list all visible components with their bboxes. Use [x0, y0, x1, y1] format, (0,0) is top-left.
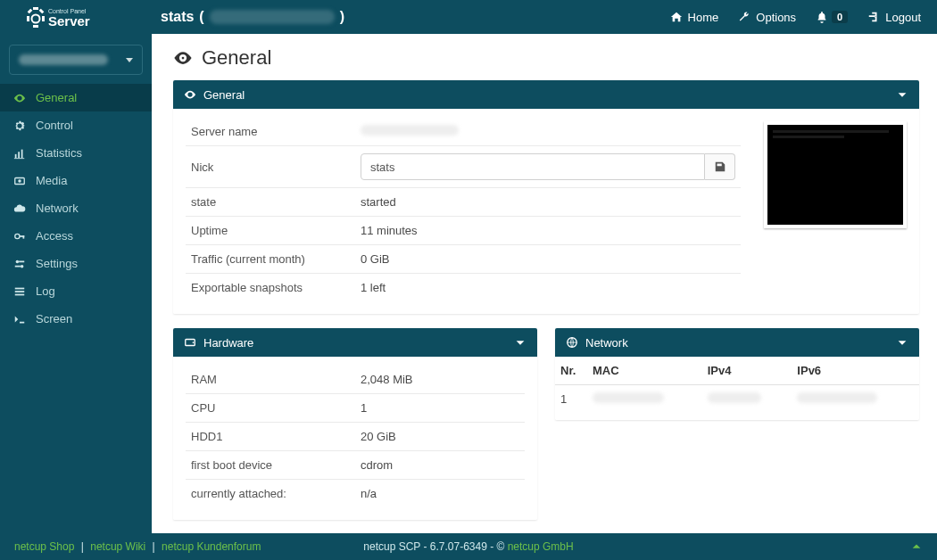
label-attached: currently attached: [186, 480, 355, 508]
save-icon [714, 161, 726, 173]
svg-point-15 [15, 234, 20, 238]
nick-input[interactable] [361, 153, 705, 180]
network-table: Nr. MAC IPv4 IPv6 1 [555, 357, 919, 413]
svg-point-26 [193, 342, 195, 343]
label-traffic: Traffic (current month) [186, 245, 355, 274]
sidebar-item-media[interactable]: Media [0, 167, 152, 194]
svg-rect-22 [15, 287, 25, 289]
chevron-down-icon [514, 336, 527, 349]
footer-center: netcup SCP - 6.7.07-6349 - © netcup GmbH [363, 540, 573, 553]
value-ram: 2,048 MiB [355, 366, 525, 394]
svg-rect-4 [42, 16, 45, 21]
label-server-name: Server name [186, 118, 355, 146]
notifications-link[interactable]: 0 [816, 11, 848, 23]
svg-rect-9 [15, 153, 17, 157]
disk-icon [12, 175, 27, 187]
value-state: started [355, 188, 741, 217]
chevron-down-icon [896, 336, 908, 349]
value-hdd: 20 GiB [355, 423, 525, 451]
label-boot: first boot device [186, 451, 355, 480]
server-selector-value-redacted [19, 54, 108, 65]
svg-point-18 [16, 259, 20, 263]
svg-rect-12 [14, 158, 24, 159]
th-ipv4: IPv4 [702, 357, 792, 385]
console-screenshot[interactable] [764, 121, 907, 228]
footer-link-shop[interactable]: netcup Shop [14, 540, 74, 553]
nick-save-button[interactable] [705, 153, 735, 180]
svg-rect-19 [19, 260, 24, 262]
sidebar-item-access[interactable]: Access [0, 222, 152, 250]
sidebar-item-label: General [36, 91, 77, 104]
logout-icon [867, 11, 880, 23]
svg-text:Server: Server [48, 13, 90, 29]
panel-title: Hardware [203, 336, 253, 350]
notif-count: 0 [832, 11, 848, 23]
svg-point-14 [18, 179, 21, 183]
label-ram: RAM [186, 366, 355, 394]
footer-link-company[interactable]: netcup GmbH [508, 540, 574, 553]
panel-network-head[interactable]: Network [555, 328, 919, 357]
cell-ipv4-redacted [708, 392, 761, 403]
cell-mac-redacted [593, 392, 664, 403]
svg-rect-24 [15, 293, 25, 295]
eye-icon [184, 88, 196, 101]
sidebar: General Control Statistics Media Network… [0, 34, 152, 533]
sidebar-item-label: Log [36, 284, 55, 298]
panel-hardware-head[interactable]: Hardware [173, 328, 537, 357]
bell-icon [816, 11, 828, 23]
panel-network: Network Nr. MAC IPv4 IPv6 [555, 328, 919, 420]
svg-rect-11 [21, 149, 23, 158]
server-id-redacted [210, 10, 335, 24]
logout-link[interactable]: Logout [867, 11, 921, 24]
label-cpu: CPU [186, 394, 355, 423]
th-nr: Nr. [555, 357, 587, 385]
server-name-value-redacted [361, 125, 459, 136]
footer-link-wiki[interactable]: netcup Wiki [90, 540, 145, 553]
panel-hardware: Hardware RAM2,048 MiB CPU1 HDD120 GiB fi… [173, 328, 537, 520]
key-icon [12, 230, 27, 243]
sidebar-item-statistics[interactable]: Statistics [0, 139, 152, 167]
sidebar-item-general[interactable]: General [0, 84, 152, 111]
bar-chart-icon [12, 147, 27, 160]
panel-general-head[interactable]: General [173, 80, 919, 109]
svg-point-0 [32, 15, 40, 23]
options-link[interactable]: Options [738, 11, 796, 24]
sidebar-item-label: Media [36, 174, 67, 187]
footer-link-forum[interactable]: netcup Kundenforum [162, 540, 261, 553]
scroll-top-button[interactable] [910, 540, 923, 553]
sidebar-item-screen[interactable]: Screen [0, 305, 152, 333]
globe-icon [566, 336, 578, 349]
home-link[interactable]: Home [670, 11, 719, 24]
chevron-down-icon [896, 88, 908, 101]
sidebar-item-label: Network [36, 202, 79, 215]
topbar-right: Home Options 0 Logout [670, 11, 937, 24]
svg-point-20 [21, 264, 24, 268]
sidebar-item-network[interactable]: Network [0, 194, 152, 222]
th-mac: MAC [587, 357, 702, 385]
svg-rect-1 [33, 7, 38, 10]
main-content: General General Server name [152, 34, 937, 533]
sidebar-item-log[interactable]: Log [0, 277, 152, 305]
svg-rect-3 [27, 16, 29, 21]
caret-down-icon [126, 58, 133, 62]
list-icon [12, 285, 27, 298]
svg-rect-10 [18, 152, 20, 158]
footer: netcup Shop | netcup Wiki | netcup Kunde… [0, 533, 937, 560]
svg-rect-17 [23, 235, 25, 239]
svg-rect-2 [33, 25, 38, 28]
server-selector[interactable] [9, 45, 143, 75]
sidebar-item-settings[interactable]: Settings [0, 250, 152, 277]
terminal-icon [12, 313, 27, 325]
sidebar-item-control[interactable]: Control [0, 111, 152, 139]
hdd-icon [184, 336, 196, 349]
svg-rect-21 [15, 265, 21, 267]
value-traffic: 0 GiB [355, 245, 741, 274]
sidebar-item-label: Statistics [36, 146, 82, 160]
label-state: state [186, 188, 355, 217]
svg-rect-23 [15, 291, 25, 292]
value-snapshots: 1 left [355, 274, 741, 302]
brand-logo[interactable]: Control Panel Server [0, 0, 152, 34]
panel-title: General [203, 88, 245, 102]
sidebar-item-label: Control [36, 119, 73, 132]
cloud-icon [12, 202, 27, 215]
